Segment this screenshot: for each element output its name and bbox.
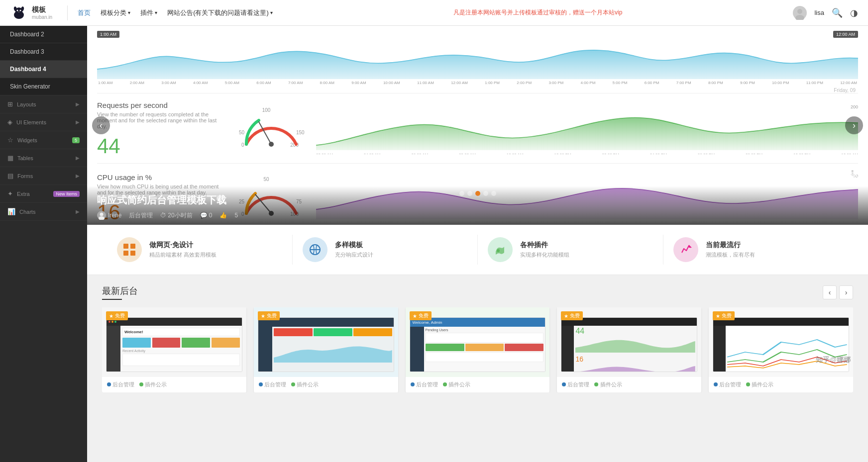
gauge-svg: 0 100 200 50 150 — [236, 99, 306, 159]
card-3-badge: ★免费 — [410, 311, 432, 320]
svg-text:0: 0 — [241, 142, 244, 148]
overlay-time: 20小时前 — [168, 211, 192, 220]
sidebar-label-extra: Extra — [17, 191, 30, 197]
sidebar-item-charts[interactable]: 📊 Charts ▶ — [0, 203, 87, 221]
time-label-17: 6:00 PM — [645, 81, 659, 85]
features-bar: 做网页·免设计 精品前端素材 高效套用模板 多样模板 充分响应式设计 — [87, 225, 868, 275]
sidebar-label-tables: Tables — [17, 155, 33, 161]
content-area: ‹ › 1:00 AM 12:00 AM — [87, 26, 868, 462]
nav-plugins[interactable]: 插件 — [140, 8, 157, 17]
time-label-13: 2:00 PM — [517, 81, 532, 85]
feature-item-plugins: 各种插件 实现多样化功能模组 — [478, 235, 663, 265]
svg-point-5 — [20, 9, 21, 11]
sidebar-item-tables[interactable]: ▦ Tables ▶ — [0, 149, 87, 167]
time-label-11: 12:00 AM — [451, 81, 468, 85]
nav-templates[interactable]: 模板分类 — [101, 8, 130, 17]
slide-dot-5[interactable] — [491, 191, 496, 196]
time-end-badge: 12:00 AM — [833, 31, 858, 38]
time-label-16: 5:00 PM — [613, 81, 628, 85]
card-2[interactable]: ★免费 — [254, 307, 398, 392]
card-4-meta: 后台管理 插件公示 — [557, 377, 701, 392]
clock-icon: ⏱ — [160, 212, 166, 219]
avatar — [793, 6, 807, 20]
feature-trending-desc: 潮流模板，应有尽有 — [706, 251, 755, 259]
logo[interactable]: 模板 muban.in — [10, 4, 52, 22]
requests-desc: View the number of requests completed at… — [97, 111, 226, 129]
card-5[interactable]: ★免费 — [709, 307, 853, 392]
slideshow: ‹ › 1:00 AM 12:00 AM — [87, 26, 868, 225]
plugins-icon — [493, 243, 507, 257]
timeline-chart — [97, 39, 858, 79]
sidebar-item-dashboard2[interactable]: Dashboard 2 — [0, 26, 87, 43]
latest-prev-button[interactable]: ‹ — [823, 285, 837, 299]
time-label-9: 10:00 AM — [383, 81, 400, 85]
time-label-10: 11:00 AM — [417, 81, 434, 85]
sidebar-item-skingen[interactable]: Skin Generator — [0, 78, 87, 95]
header-nav: 首页 模板分类 插件 网站公告(有关下载的问题请看这里) 凡是注册本网站账号并上… — [78, 8, 793, 17]
cpu-title: CPU usage in % — [97, 173, 226, 182]
requests-title: Requests per second — [97, 101, 226, 109]
card-4-badge: ★免费 — [561, 311, 583, 320]
slide-date: Friday, 09 — [97, 88, 858, 93]
time-label-1: 2:00 AM — [130, 81, 144, 85]
sidebar-item-ui-elements[interactable]: ◈ UI Elements ▶ — [0, 113, 87, 131]
slideshow-prev-button[interactable]: ‹ — [92, 116, 110, 134]
header-notice-text: 凡是注册本网站账号并上传模板通过审核的，赠送一个月本站vip — [283, 8, 793, 17]
cards-row: ★免费 Welcome! — [102, 307, 853, 392]
nav-notice[interactable]: 网站公告(有关下载的问题请看这里) — [167, 8, 273, 17]
requests-gauge: 0 100 200 50 150 — [236, 99, 306, 159]
sidebar-item-dashboard3[interactable]: Dashboard 3 — [0, 43, 87, 61]
svg-line-15 — [259, 122, 271, 144]
time-label-18: 7:00 PM — [676, 81, 691, 85]
time-label-14: 3:00 PM — [548, 81, 563, 85]
slide-dot-4[interactable] — [483, 191, 488, 196]
sidebar-item-extra[interactable]: ✦ Extra New Items — [0, 185, 87, 203]
card-1-thumbnail: ★免费 Welcome! — [102, 307, 246, 377]
sidebar-label-forms: Forms — [17, 173, 33, 179]
card-3[interactable]: ★免费 Welcome, Admin Pending Users — [406, 307, 550, 392]
like-icon: 👍 — [219, 212, 227, 219]
svg-marker-33 — [689, 245, 692, 248]
sidebar-item-widgets[interactable]: ☆ Widgets 5 — [0, 131, 87, 149]
svg-point-6 — [18, 11, 20, 12]
sidebar-item-forms[interactable]: ▤ Forms ▶ — [0, 167, 87, 185]
slide-dot-3[interactable] — [475, 191, 480, 196]
svg-point-24 — [100, 213, 104, 216]
sidebar-item-layouts[interactable]: ⊞ Layouts ▶ — [0, 95, 87, 113]
slide-dot-1[interactable] — [459, 191, 464, 196]
sidebar-label-layouts: Layouts — [17, 101, 36, 107]
time-label-4: 5:00 AM — [225, 81, 239, 85]
card-1-badge: ★免费 — [106, 311, 128, 320]
sidebar-label-ui-elements: UI Elements — [16, 119, 46, 125]
time-label-22: 11:00 PM — [806, 81, 823, 85]
sidebar-label-dashboard2: Dashboard 2 — [10, 31, 44, 38]
theme-toggle-icon[interactable]: ◑ — [850, 7, 858, 18]
sidebar-item-dashboard4[interactable]: Dashboard 4 — [0, 61, 87, 78]
card-4[interactable]: ★免费 44 16 — [557, 307, 701, 392]
svg-text:100: 100 — [262, 107, 271, 113]
search-icon[interactable]: 🔍 — [832, 7, 843, 18]
header-right: lisa 🔍 ◑ — [793, 6, 858, 20]
feature-item-trending: 当前最流行 潮流模板，应有尽有 — [663, 235, 849, 265]
time-label-6: 7:00 AM — [288, 81, 303, 85]
nav-home[interactable]: 首页 — [78, 8, 91, 17]
card-1[interactable]: ★免费 Welcome! — [102, 307, 246, 392]
sidebar-label-widgets: Widgets — [17, 137, 37, 143]
card-2-badge: ★免费 — [258, 311, 280, 320]
time-label-5: 6:00 AM — [256, 81, 271, 85]
requests-section: Requests per second View the number of r… — [97, 93, 858, 163]
overlay-views: 5 — [234, 212, 238, 219]
time-label-0: 1:00 AM — [98, 81, 112, 85]
svg-rect-29 — [130, 251, 135, 256]
feature-templates-desc: 充分响应式设计 — [335, 251, 373, 259]
svg-point-7 — [797, 9, 802, 14]
sidebar: Dashboard 2 Dashboard 3 Dashboard 4 Skin… — [0, 26, 87, 462]
slide-dot-2[interactable] — [467, 191, 472, 196]
latest-next-button[interactable]: › — [839, 285, 853, 299]
card-2-meta: 后台管理 插件公示 — [254, 377, 398, 392]
feature-design-title: 做网页·免设计 — [149, 241, 217, 250]
feature-design-desc: 精品前端素材 高效套用模板 — [149, 251, 217, 259]
card-5-meta: 后台管理 插件公示 — [709, 377, 853, 392]
slideshow-next-button[interactable]: › — [845, 116, 863, 134]
user-name[interactable]: lisa — [814, 9, 824, 16]
